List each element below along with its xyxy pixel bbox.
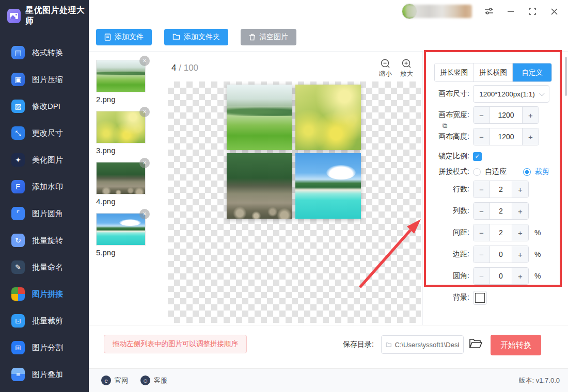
sidebar-item-label: 图片拼接 — [32, 289, 63, 299]
add-file-button[interactable]: 添加文件 — [96, 29, 152, 45]
thumbnail-image-4[interactable] — [96, 162, 146, 194]
panel-scrollbar[interactable] — [565, 57, 567, 96]
gap-value[interactable]: 2 — [490, 224, 512, 241]
sidebar-item-image-split[interactable]: ⊞ 图片分割 — [0, 334, 89, 361]
zoom-in-label: 放大 — [400, 70, 413, 78]
chevron-down-icon — [539, 90, 544, 96]
sidebar-item-batch-rename[interactable]: ✎ 批量命名 — [0, 254, 89, 281]
beautify-icon: ✦ — [11, 153, 25, 167]
minimize-button[interactable] — [506, 7, 515, 16]
rows-value[interactable]: 2 — [490, 181, 512, 198]
sidebar-item-batch-crop[interactable]: ⊡ 批量裁剪 — [0, 307, 89, 334]
margin-increment-button[interactable]: + — [512, 246, 528, 263]
radio-crop[interactable]: 裁剪 — [523, 167, 549, 176]
thumbnail-image-2[interactable] — [96, 60, 146, 92]
customer-support-link[interactable]: ☺ 客服 — [140, 375, 167, 385]
list-item[interactable]: × 2.png — [96, 60, 146, 104]
sidebar-item-format-convert[interactable]: ▤ 格式转换 — [0, 39, 89, 66]
save-dir-field[interactable] — [381, 335, 464, 354]
sidebar-item-modify-dpi[interactable]: ▨ 修改DPI — [0, 93, 89, 120]
width-decrement-button[interactable]: − — [474, 107, 490, 123]
sidebar-item-watermark[interactable]: E 添加水印 — [0, 173, 89, 200]
user-name-redacted — [406, 5, 472, 18]
list-item[interactable]: × 5.png — [96, 213, 146, 257]
rows-increment-button[interactable]: + — [512, 181, 528, 198]
collage-cell-meadow[interactable] — [227, 85, 292, 150]
list-item[interactable]: × 3.png — [96, 111, 146, 155]
gap-increment-button[interactable]: + — [512, 224, 528, 241]
remove-image-icon[interactable]: × — [139, 56, 150, 66]
sidebar-item-label: 格式转换 — [32, 48, 63, 58]
gap-decrement-button[interactable]: − — [474, 224, 490, 241]
height-value[interactable]: 1200 — [490, 128, 522, 145]
thumbnail-image-5[interactable] — [96, 213, 146, 246]
sidebar-item-round-corner[interactable]: ⌜ 图片圆角 — [0, 200, 89, 227]
thumbnail-image-3[interactable] — [96, 111, 146, 143]
sidebar-item-image-stitch[interactable]: 图片拼接 — [0, 281, 89, 307]
sidebar-item-label: 批量旋转 — [32, 236, 63, 246]
width-value[interactable]: 1200 — [490, 107, 522, 123]
save-dir-input[interactable] — [395, 341, 459, 349]
sidebar-item-batch-rotate[interactable]: ↻ 批量旋转 — [0, 227, 89, 254]
start-convert-button[interactable]: 开始转换 — [491, 335, 541, 355]
width-increment-button[interactable]: + — [522, 107, 539, 123]
radius-increment-button[interactable]: + — [512, 268, 528, 284]
sidebar-item-label: 更改尺寸 — [32, 128, 63, 138]
gap-stepper: − 2 + — [473, 224, 529, 241]
cols-value[interactable]: 2 — [490, 203, 512, 219]
rows-setting-row: 行数: − 2 + — [423, 181, 568, 198]
settings-sliders-icon[interactable] — [484, 7, 494, 16]
canvas-board[interactable] — [168, 81, 421, 323]
radio-auto-fit-label: 自适应 — [485, 167, 507, 176]
cols-decrement-button[interactable]: − — [474, 203, 490, 219]
clear-images-button[interactable]: 清空图片 — [241, 29, 296, 45]
watermark-icon: E — [11, 180, 25, 193]
margin-decrement-button[interactable]: − — [474, 246, 490, 263]
remove-image-icon[interactable]: × — [139, 107, 150, 117]
radio-auto-fit[interactable]: 自适应 — [473, 167, 507, 176]
remove-image-icon[interactable]: × — [139, 209, 150, 219]
canvas-width-label: 画布宽度: — [423, 110, 469, 120]
round-corner-icon: ⌜ — [11, 207, 25, 220]
sidebar-item-label: 图片圆角 — [32, 209, 63, 219]
canvas-size-select[interactable]: 1200*1200px(1:1) — [473, 85, 549, 103]
height-increment-button[interactable]: + — [522, 128, 539, 145]
margin-value[interactable]: 0 — [490, 246, 512, 263]
official-website-link[interactable]: e 官网 — [101, 375, 128, 385]
close-window-button[interactable] — [549, 7, 559, 16]
collage-cell-river[interactable] — [227, 153, 292, 219]
support-chat-icon: ☺ — [140, 375, 150, 385]
sidebar-item-label: 批量裁剪 — [32, 316, 63, 326]
sidebar-item-label: 美化图片 — [32, 155, 63, 165]
radius-decrement-button[interactable]: − — [474, 268, 490, 284]
background-color-picker[interactable] — [473, 291, 487, 305]
radius-value[interactable]: 0 — [490, 268, 512, 284]
list-item[interactable]: × 4.png — [96, 162, 146, 206]
lock-ratio-checkbox[interactable]: ✓ — [473, 152, 482, 161]
zoom-out-button[interactable]: 缩小 — [379, 59, 392, 78]
website-icon: e — [101, 375, 111, 385]
height-decrement-button[interactable]: − — [474, 128, 490, 145]
tab-horizontal-stitch[interactable]: 拼长横图 — [474, 63, 513, 81]
remove-image-icon[interactable]: × — [139, 158, 150, 168]
clear-images-label: 清空图片 — [259, 32, 288, 42]
sidebar-item-resize[interactable]: ⤡ 更改尺寸 — [0, 120, 89, 146]
browse-folder-button[interactable] — [469, 338, 482, 351]
sidebar-item-beautify[interactable]: ✦ 美化图片 — [0, 146, 89, 173]
sidebar-item-image-overlay[interactable]: ≡ 图片叠加 — [0, 361, 89, 388]
maximize-button[interactable] — [528, 7, 537, 16]
sidebar-item-image-compress[interactable]: ▣ 图片压缩 — [0, 66, 89, 93]
rows-decrement-button[interactable]: − — [474, 181, 490, 198]
tab-vertical-stitch[interactable]: 拼长竖图 — [435, 63, 474, 81]
canvas-height-row: 画布高度: − 1200 + — [423, 128, 568, 145]
collage-cell-beach[interactable] — [295, 153, 361, 219]
zoom-in-button[interactable]: 放大 — [400, 59, 413, 78]
cols-increment-button[interactable]: + — [512, 203, 528, 219]
radio-crop-label: 裁剪 — [535, 167, 549, 176]
image-compress-icon: ▣ — [11, 73, 25, 86]
sidebar-menu: ▤ 格式转换 ▣ 图片压缩 ▨ 修改DPI ⤡ 更改尺寸 ✦ 美化图片 E 添加… — [0, 39, 89, 388]
collage-cell-flowers[interactable] — [295, 85, 361, 150]
add-folder-button[interactable]: 添加文件夹 — [164, 29, 228, 45]
tab-custom[interactable]: 自定义 — [513, 63, 551, 81]
stitch-mode-row: 拼接模式: 自适应 裁剪 — [423, 166, 568, 177]
